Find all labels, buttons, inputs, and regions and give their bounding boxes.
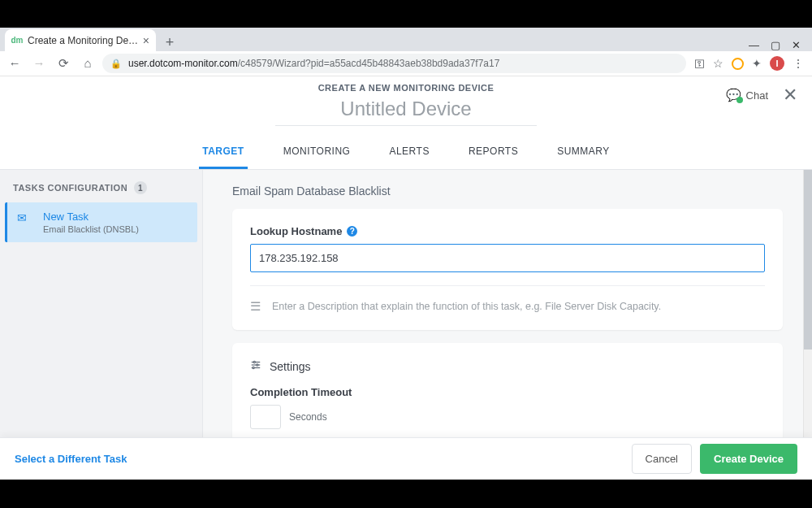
scrollbar-thumb[interactable]: [804, 170, 812, 350]
window-controls: — ▢ ✕: [749, 39, 801, 51]
tab-reports[interactable]: REPORTS: [465, 137, 521, 169]
tab-summary[interactable]: SUMMARY: [554, 137, 613, 169]
svg-point-1: [253, 361, 255, 363]
notes-icon: ☰: [250, 299, 261, 314]
sidebar-title-text: TASKS CONFIGURATION: [13, 183, 127, 193]
chat-icon: 💬: [726, 88, 741, 102]
svg-point-5: [253, 367, 254, 368]
lookup-card: Lookup Hostname ? ☰ Enter a Description …: [232, 209, 783, 330]
scrollbar[interactable]: [803, 170, 812, 480]
task-title: New Task: [43, 211, 139, 223]
section-title: Email Spam Database Blacklist: [232, 185, 783, 198]
tab-close-icon[interactable]: ×: [143, 34, 149, 47]
select-different-task-link[interactable]: Select a Different Task: [15, 453, 127, 465]
main-panel: Email Spam Database Blacklist Lookup Hos…: [203, 170, 812, 480]
extensions-puzzle-icon[interactable]: ✦: [752, 57, 762, 70]
task-card[interactable]: ✉ New Task Email Blacklist (DNSBL): [5, 202, 197, 242]
create-device-button[interactable]: Create Device: [700, 444, 797, 474]
chat-button[interactable]: 💬 Chat: [726, 88, 768, 102]
letterbox-bottom: [0, 480, 812, 508]
description-row[interactable]: ☰ Enter a Description that explain the f…: [250, 299, 765, 314]
home-button[interactable]: ⌂: [81, 56, 94, 71]
maximize-button[interactable]: ▢: [771, 39, 780, 51]
task-count-badge: 1: [134, 181, 147, 194]
lookup-label: Lookup Hostname: [250, 225, 342, 237]
tab-monitoring[interactable]: MONITORING: [280, 137, 354, 169]
wizard-tabs: TARGET MONITORING ALERTS REPORTS SUMMARY: [0, 137, 812, 170]
workspace: TASKS CONFIGURATION 1 ✉ New Task Email B…: [0, 170, 812, 480]
sidebar-title: TASKS CONFIGURATION 1: [5, 181, 197, 194]
tab-target[interactable]: TARGET: [199, 137, 247, 169]
footer-bar: Select a Different Task Cancel Create De…: [0, 437, 812, 480]
favicon: dm: [11, 35, 23, 46]
help-icon[interactable]: ?: [347, 226, 357, 237]
settings-label: Settings: [270, 360, 311, 373]
chat-label: Chat: [746, 89, 768, 102]
lookup-hostname-input[interactable]: [250, 244, 765, 272]
forward-button: →: [32, 56, 45, 71]
browser-tab[interactable]: dm Create a Monitoring Device ×: [5, 29, 156, 51]
browser-window: dm Create a Monitoring Device × + — ▢ ✕ …: [0, 28, 812, 480]
device-title-input[interactable]: Untitled Device: [275, 98, 536, 126]
new-tab-button[interactable]: +: [161, 33, 179, 51]
password-key-icon[interactable]: ⚿: [694, 58, 705, 70]
cancel-button[interactable]: Cancel: [632, 444, 692, 474]
nav-icons: ← → ⟳ ⌂: [8, 56, 94, 71]
minimize-button[interactable]: —: [749, 39, 759, 51]
completion-timeout-unit: Seconds: [289, 411, 327, 423]
bookmark-star-icon[interactable]: ☆: [713, 57, 723, 70]
lookup-label-row: Lookup Hostname ?: [250, 225, 765, 237]
url-field[interactable]: 🔒 user.dotcom-monitor.com/c48579/Wizard?…: [102, 54, 686, 73]
header-eyebrow: CREATE A NEW MONITORING DEVICE: [0, 83, 812, 93]
sliders-icon: [250, 359, 261, 373]
header-right-tools: 💬 Chat ✕: [726, 85, 797, 106]
task-subtitle: Email Blacklist (DNSBL): [43, 224, 139, 234]
tab-strip: dm Create a Monitoring Device × + — ▢ ✕: [0, 28, 812, 51]
lock-icon: 🔒: [110, 59, 122, 69]
toolbar-right-icons: ⚿ ☆ ✦ I ⋮: [694, 56, 804, 71]
address-bar: ← → ⟳ ⌂ 🔒 user.dotcom-monitor.com/c48579…: [0, 51, 812, 76]
close-window-button[interactable]: ✕: [792, 39, 801, 51]
reload-button[interactable]: ⟳: [57, 56, 70, 71]
completion-timeout-row: Seconds: [250, 405, 765, 429]
url-host: user.dotcom-monitor.com: [128, 58, 238, 69]
envelope-icon: ✉: [17, 211, 35, 225]
tab-alerts[interactable]: ALERTS: [386, 137, 432, 169]
description-placeholder: Enter a Description that explain the fun…: [272, 301, 661, 312]
letterbox-top: [0, 0, 812, 28]
extension-icon[interactable]: [732, 58, 744, 70]
tab-title: Create a Monitoring Device: [28, 35, 140, 46]
close-icon[interactable]: ✕: [783, 85, 797, 106]
page-content: CREATE A NEW MONITORING DEVICE Untitled …: [0, 76, 812, 480]
chrome-menu-icon[interactable]: ⋮: [793, 57, 804, 70]
tasks-sidebar: TASKS CONFIGURATION 1 ✉ New Task Email B…: [0, 170, 203, 480]
svg-point-3: [257, 364, 258, 366]
page-header: CREATE A NEW MONITORING DEVICE Untitled …: [0, 76, 812, 126]
url-path: /c48579/Wizard?pid=a55acd45b48843aeb38bd…: [238, 58, 500, 69]
completion-timeout-label: Completion Timeout: [250, 386, 765, 398]
profile-avatar[interactable]: I: [770, 56, 784, 71]
completion-timeout-input[interactable]: [250, 405, 281, 429]
back-button[interactable]: ←: [8, 56, 21, 71]
settings-heading: Settings: [250, 359, 765, 373]
